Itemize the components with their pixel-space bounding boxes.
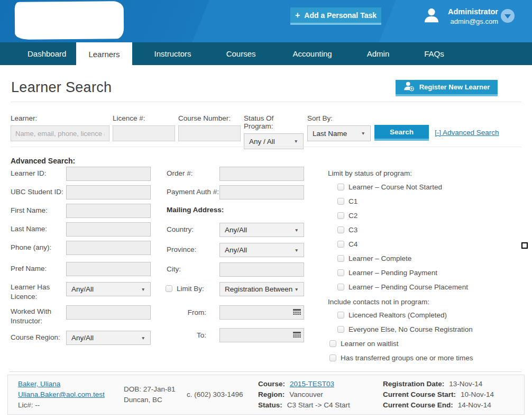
- include-contacts-heading: Include contacts not in program:: [328, 297, 429, 307]
- city-label: City:: [167, 265, 217, 274]
- course-region-select[interactable]: Any/All ▼: [66, 331, 151, 345]
- learner-has-licence-label: Learner Has Licence:: [11, 283, 56, 302]
- learner-name-link[interactable]: Baker, Uliana: [18, 380, 60, 388]
- pref-name-input[interactable]: [66, 262, 151, 276]
- result-dob-column: DOB: 27-Jan-81 Duncan, BC: [124, 384, 176, 405]
- user-name: Administrator: [448, 7, 498, 17]
- checkbox-learner-on-waitlist[interactable]: [329, 340, 336, 347]
- payment-auth-input[interactable]: [219, 185, 304, 199]
- licence-label: Licence #:: [113, 114, 175, 122]
- sort-by-select[interactable]: Last Name ▼: [307, 125, 371, 141]
- nav-item-instructors[interactable]: Instructors: [153, 42, 192, 65]
- registration-date-value: 13-Nov-14: [449, 379, 482, 389]
- course-link[interactable]: 2015-TEST03: [290, 379, 334, 389]
- from-date-input[interactable]: [219, 305, 304, 320]
- learner-has-licence-select[interactable]: Any/All ▼: [66, 282, 151, 296]
- status-value: C3 Start -> C4 Start: [287, 400, 350, 411]
- checkbox-c4[interactable]: [337, 241, 344, 248]
- country-label: Country:: [167, 225, 217, 234]
- quick-search-status: Status Of Program: Any / All ▼: [244, 114, 304, 149]
- ubc-student-id-label: UBC Student ID:: [11, 187, 65, 197]
- worked-with-instructor-label: Worked With Instructor:: [11, 307, 56, 326]
- status-label: Status:: [258, 400, 282, 411]
- worked-with-instructor-input[interactable]: [66, 305, 151, 320]
- quick-search-licence: Licence #:: [113, 114, 175, 141]
- country-value: Any/All: [225, 226, 247, 234]
- checkbox-label: Learner – Course Not Started: [348, 183, 442, 191]
- learner-id-label: Learner ID:: [11, 169, 65, 178]
- chevron-down-icon: [505, 14, 511, 19]
- sort-by-value: Last Name: [313, 130, 347, 138]
- include-checkbox-row: Everyone Else, No Course Registration: [337, 325, 473, 333]
- register-new-learner-button[interactable]: Register New Learner: [396, 80, 498, 96]
- chevron-down-icon: ▼: [295, 228, 299, 233]
- status-checkbox-row: C3: [337, 226, 357, 234]
- country-select[interactable]: Any/All ▼: [219, 223, 304, 237]
- checkbox-c2[interactable]: [337, 212, 344, 219]
- learner-search-input[interactable]: [11, 125, 109, 141]
- learner-label: Learner:: [11, 114, 109, 122]
- licence-input[interactable]: [113, 125, 175, 141]
- last-name-input[interactable]: [66, 222, 151, 237]
- checkbox-everyone-else[interactable]: [337, 326, 344, 333]
- registration-date-label: Registration Date:: [383, 379, 444, 389]
- limit-by-label: Limit By:: [177, 285, 204, 293]
- result-course-column: Course: 2015-TEST03 Region: Vancouver St…: [258, 379, 350, 411]
- province-select[interactable]: Any/All ▼: [219, 243, 304, 257]
- checkbox-label: C3: [348, 226, 357, 234]
- first-name-label: First Name:: [11, 206, 65, 215]
- province-value: Any/All: [225, 246, 247, 254]
- phone-any-input[interactable]: [66, 241, 151, 255]
- checkbox-pending-course-placement[interactable]: [337, 284, 344, 290]
- chevron-down-icon: ▼: [295, 248, 299, 253]
- nav-item-learners[interactable]: Learners: [76, 42, 132, 70]
- first-name-input[interactable]: [66, 204, 151, 218]
- checkbox-label: C1: [348, 197, 357, 205]
- account-dropdown-button[interactable]: [501, 9, 515, 23]
- region-label: Region:: [258, 389, 285, 400]
- search-button[interactable]: Search: [374, 125, 429, 141]
- status-checkbox-row: C2: [337, 212, 357, 220]
- checkbox-label: C4: [348, 240, 357, 248]
- checkbox-learner-complete[interactable]: [337, 255, 344, 262]
- learner-lic: Lic#: --: [18, 400, 105, 411]
- current-course-start-value: 10-Nov-14: [461, 389, 494, 400]
- checkbox-course-not-started[interactable]: [337, 184, 344, 190]
- extra-checkbox-row: Has transferred groups one or more times: [329, 354, 473, 362]
- mailing-address-heading: Mailing Address:: [167, 206, 224, 214]
- learner-phone: c. (602) 303-1496: [187, 389, 243, 400]
- nav-item-courses[interactable]: Courses: [225, 42, 257, 65]
- nav-item-dashboard[interactable]: Dashboard: [26, 42, 67, 65]
- sort-by-label: Sort By:: [307, 114, 371, 122]
- search-divider: [11, 147, 521, 147]
- result-row: Baker, Uliana Uliana.Baker@aol.com.test …: [7, 375, 525, 415]
- checkbox-c3[interactable]: [337, 226, 344, 233]
- checkbox-transferred-groups[interactable]: [329, 355, 336, 361]
- user-menu[interactable]: Administrator admin@gs.com: [423, 7, 498, 26]
- learner-dob: DOB: 27-Jan-81: [124, 384, 176, 395]
- add-personal-task-button[interactable]: + Add a Personal Task: [290, 7, 381, 25]
- nav-item-admin[interactable]: Admin: [366, 42, 391, 65]
- current-course-start-label: Current Course Start:: [383, 389, 456, 400]
- limit-by-checkbox[interactable]: [166, 285, 172, 292]
- status-checkbox-row: C1: [337, 197, 357, 205]
- title-divider: [11, 102, 521, 102]
- logo-redacted: [15, 1, 124, 40]
- checkbox-pending-payment[interactable]: [337, 269, 344, 276]
- checkbox-c1[interactable]: [337, 198, 344, 205]
- checkbox-licenced-realtors[interactable]: [337, 312, 344, 319]
- limit-by-select[interactable]: Registration Between ▼: [219, 282, 304, 296]
- learner-email-link[interactable]: Uliana.Baker@aol.com.test: [18, 390, 105, 398]
- city-input[interactable]: [219, 262, 304, 277]
- order-number-input[interactable]: [219, 167, 304, 181]
- status-checkbox-row: Learner – Pending Course Placement: [337, 283, 468, 291]
- user-email: admin@gs.com: [450, 17, 498, 26]
- nav-item-faqs[interactable]: FAQs: [423, 42, 445, 65]
- advanced-search-toggle-link[interactable]: [-] Advanced Search: [435, 129, 499, 137]
- to-date-input[interactable]: [219, 328, 304, 342]
- ubc-student-id-input[interactable]: [66, 185, 151, 199]
- course-number-input[interactable]: [178, 125, 241, 141]
- learner-id-input[interactable]: [66, 167, 151, 181]
- nav-item-accounting[interactable]: Accounting: [291, 42, 333, 65]
- limit-by-status-heading: Limit by status of program:: [328, 169, 412, 178]
